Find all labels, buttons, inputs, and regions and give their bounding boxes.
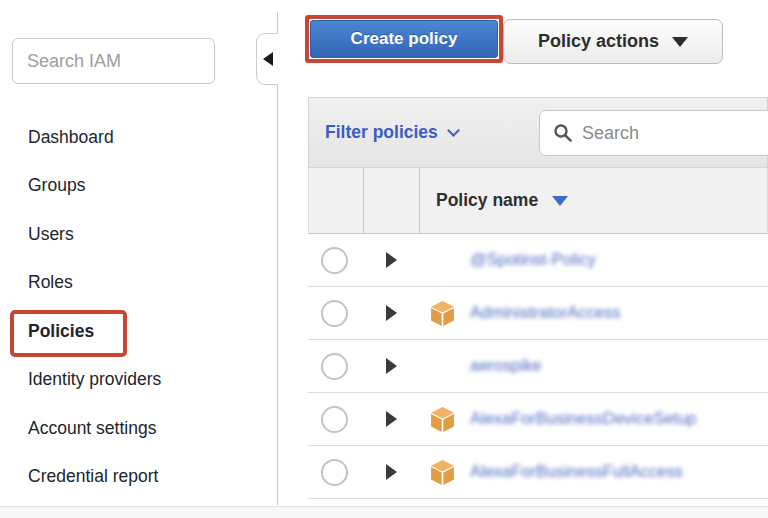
policy-name-header-label: Policy name bbox=[436, 190, 538, 211]
row-radio-button[interactable] bbox=[321, 300, 348, 327]
chevron-down-icon bbox=[447, 124, 460, 137]
policy-table-rows: @Spotinst-Policy AdministratorAccess aer… bbox=[308, 234, 768, 499]
search-icon bbox=[553, 123, 573, 143]
sidebar-item-identity-providers[interactable]: Identity providers bbox=[0, 356, 277, 405]
expand-row-icon[interactable] bbox=[386, 358, 397, 374]
policy-name-link[interactable]: AdministratorAccess bbox=[470, 303, 620, 322]
policy-actions-button[interactable]: Policy actions bbox=[503, 19, 723, 64]
sort-desc-icon bbox=[552, 196, 568, 206]
policy-search-box bbox=[539, 110, 768, 156]
expand-row-icon[interactable] bbox=[386, 464, 397, 480]
collapse-sidebar-button[interactable] bbox=[256, 33, 278, 85]
expand-row-icon[interactable] bbox=[386, 252, 397, 268]
expand-row-icon[interactable] bbox=[386, 411, 397, 427]
left-triangle-icon bbox=[263, 52, 273, 66]
header-column-separator bbox=[363, 168, 364, 233]
policy-name-link[interactable]: @Spotinst-Policy bbox=[470, 250, 596, 269]
caret-down-icon bbox=[672, 37, 688, 47]
filter-policies-label: Filter policies bbox=[325, 122, 438, 143]
aws-managed-policy-icon bbox=[429, 406, 456, 433]
create-policy-button[interactable]: Create policy bbox=[310, 20, 498, 58]
iam-policies-page: Dashboard Groups Users Roles Policies Id… bbox=[0, 0, 768, 518]
row-radio-button[interactable] bbox=[321, 406, 348, 433]
policy-actions-label: Policy actions bbox=[538, 31, 659, 52]
policy-table-row: AlexaForBusinessDeviceSetup bbox=[308, 393, 768, 446]
row-radio-button[interactable] bbox=[321, 247, 348, 274]
sidebar-item-policies[interactable]: Policies bbox=[0, 307, 277, 356]
header-column-separator bbox=[419, 168, 420, 233]
iam-sidebar: Dashboard Groups Users Roles Policies Id… bbox=[0, 0, 277, 505]
page-bottom-strip bbox=[0, 506, 768, 518]
search-iam-input[interactable] bbox=[12, 38, 215, 84]
policy-table-row: AlexaForBusinessFullAccess bbox=[308, 446, 768, 499]
sidebar-item-roles[interactable]: Roles bbox=[0, 259, 277, 308]
policy-name-link[interactable]: aerospike bbox=[470, 356, 542, 375]
sidebar-item-dashboard[interactable]: Dashboard bbox=[0, 113, 277, 162]
filter-policies-dropdown[interactable]: Filter policies bbox=[325, 122, 458, 143]
policies-table-panel: Filter policies Policy name bbox=[308, 97, 768, 503]
policy-search-input[interactable] bbox=[582, 123, 768, 144]
policy-name-column-header[interactable]: Policy name bbox=[436, 190, 568, 211]
sidebar-nav: Dashboard Groups Users Roles Policies Id… bbox=[0, 113, 277, 501]
sidebar-item-credential-report[interactable]: Credential report bbox=[0, 453, 277, 502]
policies-table-header: Policy name bbox=[308, 168, 768, 234]
policy-table-row: @Spotinst-Policy bbox=[308, 234, 768, 287]
sidebar-item-users[interactable]: Users bbox=[0, 210, 277, 259]
row-radio-button[interactable] bbox=[321, 459, 348, 486]
annotation-box-create-policy: Create policy bbox=[305, 15, 503, 63]
sidebar-divider bbox=[277, 12, 278, 505]
row-radio-button[interactable] bbox=[321, 353, 348, 380]
sidebar-item-account-settings[interactable]: Account settings bbox=[0, 404, 277, 453]
policy-table-row: aerospike bbox=[308, 340, 768, 393]
sidebar-item-groups[interactable]: Groups bbox=[0, 162, 277, 211]
aws-managed-policy-icon bbox=[429, 300, 456, 327]
expand-row-icon[interactable] bbox=[386, 305, 397, 321]
policy-table-row: AdministratorAccess bbox=[308, 287, 768, 340]
policy-name-link[interactable]: AlexaForBusinessDeviceSetup bbox=[470, 409, 697, 428]
filter-bar: Filter policies bbox=[308, 97, 768, 168]
policy-name-link[interactable]: AlexaForBusinessFullAccess bbox=[470, 462, 683, 481]
aws-managed-policy-icon bbox=[429, 459, 456, 486]
